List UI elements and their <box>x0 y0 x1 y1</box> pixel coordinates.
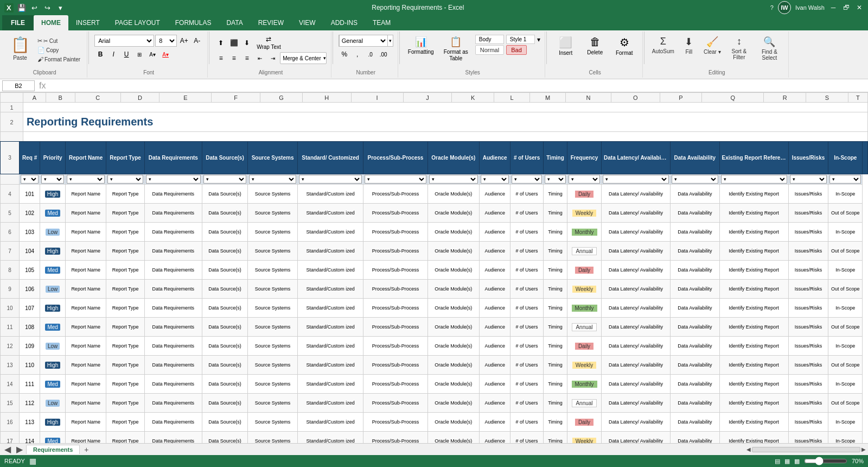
spreadsheet-container[interactable]: A B C D E F G H I J K L M <box>0 92 868 443</box>
oracle-cell[interactable]: Oracle Module(s) <box>427 223 479 242</box>
restore-button[interactable]: 🗗 <box>842 3 851 12</box>
col-h[interactable]: H <box>302 93 351 103</box>
existingReport-cell[interactable]: Identify Existing Report <box>719 299 788 318</box>
process-cell[interactable]: Process/Sub-Process <box>363 413 427 432</box>
frequency-cell[interactable]: Weekly <box>567 356 601 375</box>
dataReqs-cell[interactable]: Data Requirements <box>144 299 202 318</box>
col-l[interactable]: L <box>494 93 530 103</box>
dataSources-cell[interactable]: Data Source(s) <box>202 337 247 356</box>
issues-cell[interactable]: Issues/Risks <box>788 394 828 413</box>
filter-select-1[interactable]: ▾ <box>41 175 64 184</box>
users-cell[interactable]: # of Users <box>510 375 544 394</box>
oracle-cell[interactable]: Oracle Module(s) <box>427 242 479 261</box>
inScope-cell[interactable]: In-Scope <box>828 375 863 394</box>
existingReport-cell[interactable]: Identify Existing Report <box>719 204 788 223</box>
sourceSystems-cell[interactable]: Source Systems <box>248 242 298 261</box>
filter-select-18[interactable]: ▾ <box>829 175 861 184</box>
col-b[interactable]: B <box>46 93 75 103</box>
scroll-left-icon[interactable]: ◀ <box>746 446 751 452</box>
tab-home[interactable]: HOME <box>34 15 68 30</box>
inScope-cell[interactable]: Out of Scope <box>828 356 863 375</box>
audience-cell[interactable]: Audience <box>480 280 510 299</box>
audience-cell[interactable]: Audience <box>480 318 510 337</box>
existingReport-cell[interactable]: Identify Existing Report <box>719 261 788 280</box>
merge-center-button[interactable]: Merge & Center ▾ <box>280 52 327 64</box>
save-icon[interactable]: 💾 <box>17 3 27 12</box>
tab-formulas[interactable]: FORMULAS <box>168 15 219 30</box>
frequency-cell[interactable]: Daily <box>567 185 601 204</box>
process-cell[interactable]: Process/Sub-Process <box>363 185 427 204</box>
sourceSystems-cell[interactable]: Source Systems <box>248 337 298 356</box>
reportName-cell[interactable]: Report Name <box>65 318 106 337</box>
req-num[interactable]: 111 <box>20 375 40 394</box>
inScope-cell[interactable]: Out of Scope <box>828 318 863 337</box>
filter-select-9[interactable]: ▾ <box>429 175 478 184</box>
sourceSystems-cell[interactable]: Source Systems <box>248 204 298 223</box>
dataAvail-cell[interactable]: Data Availability <box>671 318 720 337</box>
dataSources-cell[interactable]: Data Source(s) <box>202 375 247 394</box>
latency-cell[interactable]: Data Latency/ Availability <box>602 204 671 223</box>
paste-button[interactable]: 📋 Paste <box>7 35 34 62</box>
filter-select-6[interactable]: ▾ <box>249 175 296 184</box>
reportType-cell[interactable]: Report Type <box>106 261 145 280</box>
sourceSystems-cell[interactable]: Source Systems <box>248 413 298 432</box>
align-center-button[interactable]: ≡ <box>228 52 240 64</box>
col-t[interactable]: T <box>848 93 867 103</box>
users-cell[interactable]: # of Users <box>510 223 544 242</box>
process-cell[interactable]: Process/Sub-Process <box>363 432 427 444</box>
latency-cell[interactable]: Data Latency/ Availability <box>602 413 671 432</box>
priority-cell[interactable]: Med <box>40 432 66 444</box>
users-cell[interactable]: # of Users <box>510 356 544 375</box>
normal-view-icon[interactable]: ▤ <box>775 458 780 465</box>
reportName-cell[interactable]: Report Name <box>65 337 106 356</box>
dataReqs-cell[interactable]: Data Requirements <box>144 318 202 337</box>
frequency-cell[interactable]: Monthly <box>567 375 601 394</box>
tab-review[interactable]: REVIEW <box>251 15 291 30</box>
priority-cell[interactable]: High <box>40 413 66 432</box>
standardCustom-cell[interactable]: Standard/Custom ized <box>298 261 363 280</box>
col-r[interactable]: R <box>764 93 806 103</box>
oracle-cell[interactable]: Oracle Module(s) <box>427 432 479 444</box>
reportType-cell[interactable]: Report Type <box>106 356 145 375</box>
underline-button[interactable]: U <box>120 48 132 60</box>
align-middle-button[interactable]: ⬛ <box>228 37 240 49</box>
frequency-cell[interactable]: Annual <box>567 318 601 337</box>
audience-cell[interactable]: Audience <box>480 242 510 261</box>
dataReqs-cell[interactable]: Data Requirements <box>144 280 202 299</box>
existingReport-cell[interactable]: Identify Existing Report <box>719 185 788 204</box>
standardCustom-cell[interactable]: Standard/Custom ized <box>298 413 363 432</box>
delete-cells-button[interactable]: 🗑 Delete <box>582 35 609 56</box>
filter-select-5[interactable]: ▾ <box>203 175 246 184</box>
increase-indent-button[interactable]: ⇥ <box>267 52 279 64</box>
sourceSystems-cell[interactable]: Source Systems <box>248 318 298 337</box>
fill-color-button[interactable]: A▾ <box>146 48 158 60</box>
priority-cell[interactable]: Low <box>40 280 66 299</box>
req-num[interactable]: 102 <box>20 204 40 223</box>
standardCustom-cell[interactable]: Standard/Custom ized <box>298 185 363 204</box>
reportType-cell[interactable]: Report Type <box>106 280 145 299</box>
process-cell[interactable]: Process/Sub-Process <box>363 261 427 280</box>
timing-cell[interactable]: Timing <box>543 337 567 356</box>
priority-cell[interactable]: Low <box>40 223 66 242</box>
page-layout-icon[interactable]: ▦ <box>29 457 36 465</box>
audience-cell[interactable]: Audience <box>480 299 510 318</box>
filter-select-16[interactable]: ▾ <box>721 175 787 184</box>
reportType-cell[interactable]: Report Type <box>106 413 145 432</box>
dataSources-cell[interactable]: Data Source(s) <box>202 394 247 413</box>
number-format-dropdown-icon[interactable]: ▾ <box>388 38 393 43</box>
oracle-cell[interactable]: Oracle Module(s) <box>427 394 479 413</box>
col-c[interactable]: C <box>75 93 120 103</box>
filter-select-7[interactable]: ▾ <box>299 175 362 184</box>
priority-cell[interactable]: Med <box>40 318 66 337</box>
dataSources-cell[interactable]: Data Source(s) <box>202 299 247 318</box>
scroll-tabs-right-icon[interactable]: ▶ <box>14 444 25 455</box>
frequency-cell[interactable]: Weekly <box>567 204 601 223</box>
timing-cell[interactable]: Timing <box>543 394 567 413</box>
priority-cell[interactable]: High <box>40 299 66 318</box>
dataAvail-cell[interactable]: Data Availability <box>671 261 720 280</box>
conditional-formatting-button[interactable]: 📊 Formatting <box>405 35 437 56</box>
reportName-cell[interactable]: Report Name <box>65 432 106 444</box>
issues-cell[interactable]: Issues/Risks <box>788 432 828 444</box>
frequency-cell[interactable]: Monthly <box>567 223 601 242</box>
col-p[interactable]: P <box>660 93 702 103</box>
